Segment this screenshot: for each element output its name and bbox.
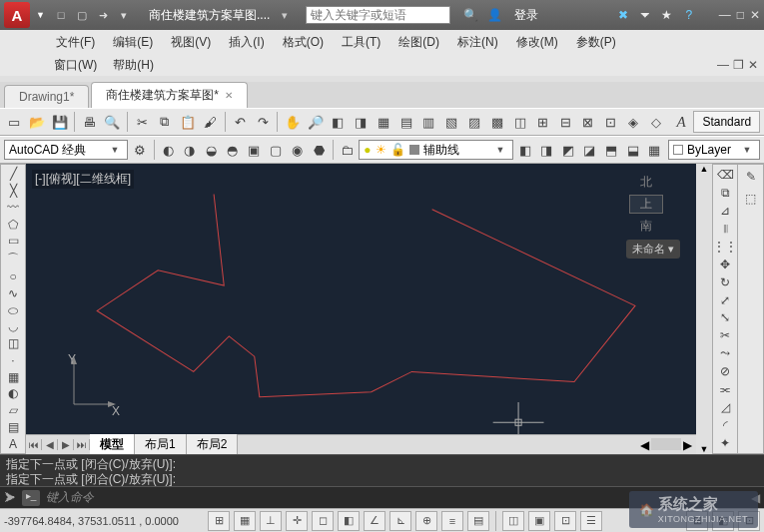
erase-icon[interactable]: ⌫	[715, 167, 735, 183]
lwt-icon[interactable]: ≡	[441, 511, 463, 531]
qat-arrow-icon[interactable]: ➜	[94, 6, 112, 24]
layer1-icon[interactable]: ◐	[159, 139, 179, 161]
maximize-button[interactable]: □	[737, 8, 744, 22]
new-icon[interactable]: ▭	[4, 111, 25, 133]
view-menu[interactable]: 未命名 ▾	[626, 240, 680, 259]
sc-icon[interactable]: ⊡	[554, 511, 576, 531]
mdi-close-button[interactable]: ✕	[748, 58, 758, 72]
extend-icon[interactable]: ⤳	[715, 345, 735, 361]
tool9-icon[interactable]: ◫	[509, 111, 530, 133]
mdi-minimize-button[interactable]: —	[717, 58, 729, 72]
break-icon[interactable]: ⊘	[715, 363, 735, 379]
cmd-prompt-icon[interactable]: ▸_	[22, 490, 40, 506]
tab-drawing1[interactable]: Drawing1*	[4, 85, 89, 108]
minimize-button[interactable]: —	[719, 8, 731, 22]
ellipse-icon[interactable]: ⬭	[3, 302, 23, 317]
tool13-icon[interactable]: ⊡	[600, 111, 621, 133]
copy-icon[interactable]: ⧉	[155, 111, 176, 133]
vscroll-up-icon[interactable]: ▲	[700, 164, 709, 174]
search-icon[interactable]: 🔍	[462, 7, 478, 23]
tool5-icon[interactable]: ▥	[418, 111, 439, 133]
cut-icon[interactable]: ✂	[132, 111, 153, 133]
dyn-icon[interactable]: ⊕	[415, 511, 437, 531]
workspace-combo[interactable]: AutoCAD 经典 ▼	[4, 140, 128, 160]
region-icon[interactable]: ▱	[3, 403, 23, 418]
spline-icon[interactable]: ∿	[3, 286, 23, 301]
tpy-icon[interactable]: ▤	[467, 511, 489, 531]
tool15-icon[interactable]: ◇	[646, 111, 667, 133]
redo-icon[interactable]: ↷	[253, 111, 274, 133]
layerstate3-icon[interactable]: ◩	[558, 139, 578, 161]
pline-icon[interactable]: 〰	[3, 201, 23, 216]
hatch-icon[interactable]: ▦	[3, 369, 23, 384]
hscroll-right-icon[interactable]: ▶	[683, 438, 692, 452]
copy2-icon[interactable]: ⧉	[715, 185, 735, 201]
layer3-icon[interactable]: ◒	[202, 139, 222, 161]
menu-format[interactable]: 格式(O)	[275, 32, 332, 53]
menu-param[interactable]: 参数(P)	[568, 32, 624, 53]
point-icon[interactable]: ·	[3, 353, 23, 368]
ex2-icon[interactable]: ⬚	[741, 189, 761, 209]
paste-icon[interactable]: 📋	[177, 111, 198, 133]
polar-icon[interactable]: ✛	[286, 511, 308, 531]
ex1-icon[interactable]: ✎	[741, 167, 761, 187]
tab-current[interactable]: 商住楼建筑方案草图*✕	[91, 82, 248, 108]
cmd-chevron-icon[interactable]: ⮞	[4, 491, 16, 505]
3dosnap-icon[interactable]: ◧	[338, 511, 360, 531]
user-icon[interactable]: 👤	[486, 7, 502, 23]
star-icon[interactable]: ★	[659, 7, 675, 23]
coordinates[interactable]: -397764.8484, 37531.0511 , 0.0000	[4, 515, 204, 527]
layer6-icon[interactable]: ▢	[266, 139, 286, 161]
zoom-icon[interactable]: 🔎	[305, 111, 326, 133]
ortho-icon[interactable]: ⊥	[260, 511, 282, 531]
menu-help[interactable]: 帮助(H)	[105, 55, 162, 76]
vscroll-down-icon[interactable]: ▼	[700, 444, 709, 454]
menu-view[interactable]: 视图(V)	[163, 32, 219, 53]
text-style-combo[interactable]: Standard	[693, 111, 760, 133]
tool2-icon[interactable]: ◨	[351, 111, 372, 133]
color-combo[interactable]: ByLayer ▼	[668, 140, 760, 160]
hscroll-thumb[interactable]	[651, 438, 681, 450]
app-menu-arrow[interactable]: ▼	[36, 10, 46, 20]
block-icon[interactable]: ◫	[3, 336, 23, 351]
qp-icon[interactable]: ▣	[528, 511, 550, 531]
menu-file[interactable]: 文件(F)	[48, 32, 103, 53]
dropdown2-icon[interactable]: ⏷	[637, 7, 653, 23]
mdi-restore-button[interactable]: ❐	[733, 58, 744, 72]
tool1-icon[interactable]: ◧	[328, 111, 349, 133]
otrack-icon[interactable]: ∠	[364, 511, 385, 531]
search-input[interactable]	[306, 6, 450, 24]
match-icon[interactable]: 🖌	[200, 111, 221, 133]
tool10-icon[interactable]: ⊞	[532, 111, 553, 133]
title-dropdown-icon[interactable]: ▾	[276, 6, 294, 24]
view-cube[interactable]: 北 上 南	[616, 174, 676, 234]
move-icon[interactable]: ✥	[715, 257, 735, 272]
cube-face[interactable]: 上	[629, 195, 663, 214]
scale-icon[interactable]: ⤢	[715, 292, 735, 308]
vscrollbar[interactable]: ▲ ▼	[696, 164, 712, 454]
mirror-icon[interactable]: ⊿	[715, 203, 735, 219]
tool11-icon[interactable]: ⊟	[555, 111, 576, 133]
tool7-icon[interactable]: ▨	[464, 111, 485, 133]
exchange-icon[interactable]: ✖	[615, 7, 631, 23]
menu-insert[interactable]: 插入(I)	[221, 32, 272, 53]
offset-icon[interactable]: ⫴	[715, 221, 735, 237]
layerstate7-icon[interactable]: ▦	[644, 139, 664, 161]
layerstate5-icon[interactable]: ⬒	[601, 139, 621, 161]
qat-open-icon[interactable]: ▢	[73, 6, 91, 24]
tool3-icon[interactable]: ▦	[373, 111, 393, 133]
arc-icon[interactable]: ⌒	[3, 251, 23, 267]
layer7-icon[interactable]: ◉	[288, 139, 308, 161]
tab-layout1[interactable]: 布局1	[135, 434, 187, 455]
close-icon[interactable]: ✕	[225, 90, 233, 101]
stretch-icon[interactable]: ⤡	[715, 310, 735, 326]
tool8-icon[interactable]: ▩	[486, 111, 507, 133]
undo-icon[interactable]: ↶	[230, 111, 251, 133]
array-icon[interactable]: ⋮⋮	[715, 239, 735, 255]
tab-layout2[interactable]: 布局2	[187, 434, 239, 455]
save-icon[interactable]: 💾	[50, 111, 71, 133]
layer-combo[interactable]: ● ☀ 🔓 辅助线 ▼	[359, 140, 513, 160]
mtext-icon[interactable]: A	[3, 436, 23, 451]
table-icon[interactable]: ▤	[3, 420, 23, 435]
open-icon[interactable]: 📂	[27, 111, 48, 133]
